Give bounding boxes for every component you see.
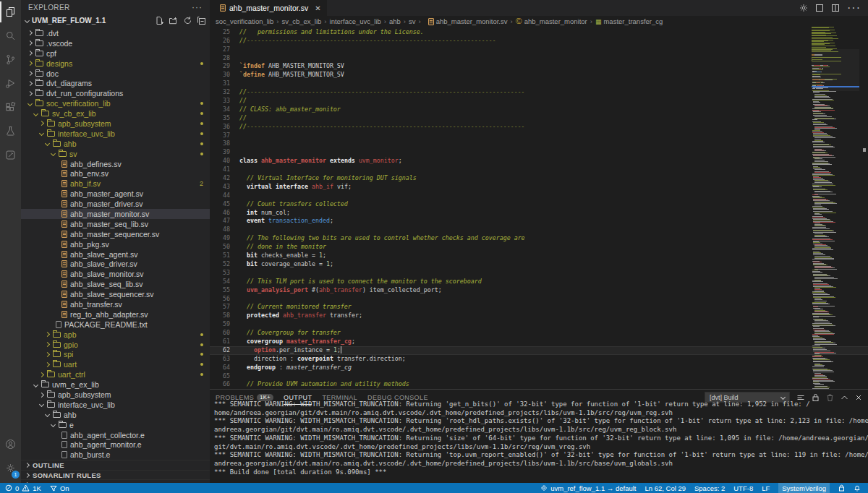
close-panel-icon[interactable] <box>855 394 862 401</box>
tree-item-gpio[interactable]: gpio <box>21 340 210 350</box>
breadcrumb-item-master-transfer-cg[interactable]: ▦master_transfer_cg <box>595 17 663 25</box>
tree-item-label: ahb_master_agent.sv <box>70 189 143 198</box>
settings-gear-icon[interactable]: 1 <box>0 456 21 480</box>
tree-item-ahb-slave-agent-sv[interactable]: ahb_slave_agent.sv <box>21 249 210 260</box>
tree-item-ahb-master-seq-lib-sv[interactable]: ahb_master_seq_lib.sv <box>21 219 210 229</box>
tree-item-ahb-master-sequencer-sv[interactable]: ahb_master_sequencer.sv <box>21 229 210 239</box>
tree-item-package-readme-txt[interactable]: PACKAGE_README.txt <box>21 320 210 330</box>
tree-item-uart[interactable]: uart <box>21 359 210 369</box>
tree-item-doc[interactable]: doc <box>21 69 210 79</box>
section-outline[interactable]: OUTLINE <box>21 460 210 470</box>
testing-icon[interactable] <box>0 119 21 143</box>
split-editor-icon[interactable] <box>831 4 840 12</box>
tree-item-dvt[interactable]: .dvt <box>21 28 210 38</box>
account-icon[interactable] <box>0 432 21 456</box>
cursor-position[interactable]: Ln 62, Col 29 <box>644 484 686 492</box>
tree-item-ahb-slave-seq-lib-sv[interactable]: ahb_slave_seq_lib.sv <box>21 279 210 289</box>
tree-item-vscode[interactable]: .vscode <box>21 38 210 48</box>
tree-item-uart-ctrl[interactable]: uart_ctrl <box>21 369 210 380</box>
new-folder-icon[interactable] <box>169 17 178 25</box>
tree-item-dvt-run-configurations[interactable]: dvt_run_configurations <box>21 88 210 98</box>
sv-file-icon <box>61 280 67 288</box>
run-debug-icon[interactable] <box>0 72 21 95</box>
tree-item-soc-verification-lib[interactable]: soc_verification_lib <box>21 98 210 108</box>
tree-item-ahb-agent-monitor-e[interactable]: ahb_agent_monitor.e <box>21 440 210 450</box>
dvt-tool-icon[interactable] <box>0 143 21 167</box>
tree-item-apb[interactable]: apb <box>21 330 210 340</box>
filter-status[interactable]: On <box>50 484 69 492</box>
eol-status[interactable]: LF <box>762 484 770 492</box>
tree-item-ahb-env-sv[interactable]: ahb_env.sv <box>21 168 210 179</box>
more-actions-icon[interactable]: ··· <box>847 1 861 14</box>
tree-item-interface-uvc-lib[interactable]: interface_uvc_lib <box>21 400 210 410</box>
source-control-icon[interactable] <box>0 48 21 72</box>
tree-item-ahb-burst-e[interactable]: ahb_burst.e <box>21 450 210 460</box>
lock-autoscroll-icon[interactable] <box>812 393 820 402</box>
indentation-status[interactable]: Spaces: 2 <box>694 484 725 492</box>
tree-item-ahb-agent-collector-e[interactable]: ahb_agent_collector.e <box>21 430 210 440</box>
trash-icon[interactable] <box>826 393 834 402</box>
run-settings-icon[interactable] <box>799 4 808 12</box>
problems-status[interactable]: 0 1K <box>5 484 41 492</box>
dvt-project-status[interactable]: uvm_ref_flow_1.1 → default <box>540 484 636 492</box>
breadcrumb-item-ahb[interactable]: ahb <box>389 17 401 25</box>
extensions-icon[interactable] <box>0 95 21 119</box>
tree-item-designs[interactable]: designs <box>21 59 210 69</box>
tree-item-ahb-master-agent-sv[interactable]: ahb_master_agent.sv <box>21 189 210 199</box>
tree-item-ahb-slave-driver-sv[interactable]: ahb_slave_driver.sv <box>21 259 210 269</box>
tree-item-ahb-transfer-sv[interactable]: ahb_transfer.sv <box>21 299 210 309</box>
notifications-bell-icon[interactable] <box>854 484 861 492</box>
tree-item-apb-subsystem[interactable]: apb_subsystem <box>21 390 210 400</box>
activity-bar: 1 <box>0 0 21 483</box>
tree-item-ahb[interactable]: ahb <box>21 410 210 420</box>
project-root-row[interactable]: UVM_REF_FLOW_1.1 <box>21 14 210 26</box>
search-icon[interactable] <box>0 24 21 48</box>
tree-item-ahb-pkg-sv[interactable]: ahb_pkg.sv <box>21 239 210 249</box>
tree-item-e[interactable]: e <box>21 420 210 430</box>
breadcrumb-item-interface-uvc-lib[interactable]: interface_uvc_lib <box>330 17 381 25</box>
tree-item-ahb-master-monitor-sv[interactable]: ahb_master_monitor.sv <box>21 209 210 219</box>
tree-item-ahb-slave-monitor-sv[interactable]: ahb_slave_monitor.sv <box>21 269 210 279</box>
tree-item-cpf[interactable]: cpf <box>21 48 210 59</box>
breadcrumb-item-soc-verification-lib[interactable]: soc_verification_lib <box>216 17 273 25</box>
tree-item-sv[interactable]: sv <box>21 149 210 159</box>
tree-item-ahb-master-driver-sv[interactable]: ahb_master_driver.sv <box>21 199 210 209</box>
maximize-panel-icon[interactable] <box>841 395 848 400</box>
minimap-viewport[interactable] <box>812 49 859 91</box>
layout-icon[interactable] <box>815 4 824 12</box>
sidebar-more-actions-icon[interactable]: ··· <box>192 2 203 12</box>
tab-ahb-master-monitor[interactable]: ahb_master_monitor.sv ✕ <box>210 0 327 16</box>
tree-item-label: spi <box>64 350 73 359</box>
tree-item-ahb-defines-sv[interactable]: ahb_defines.sv <box>21 159 210 169</box>
breadcrumb-item-sv-cb-ex-lib[interactable]: sv_cb_ex_lib <box>281 17 321 25</box>
tree-item-dvt-diagrams[interactable]: dvt_diagrams <box>21 78 210 88</box>
tree-item-interface-uvc-lib[interactable]: interface_uvc_lib <box>21 129 210 139</box>
breadcrumb-item-sv[interactable]: sv <box>409 17 416 25</box>
tree-item-label: ahb_slave_agent.sv <box>70 250 137 259</box>
collapse-all-icon[interactable] <box>197 17 205 25</box>
tree-item-ahb-if-sv[interactable]: ahb_if.sv2 <box>21 179 210 189</box>
breadcrumb-item-ahb-master-monitor[interactable]: Ⓒahb_master_monitor <box>516 17 587 26</box>
language-mode[interactable]: SystemVerilog <box>778 483 830 493</box>
code-editor[interactable]: 24// See the License for the specific la… <box>210 27 868 389</box>
editor-scrollbar[interactable] <box>861 27 868 389</box>
tree-item-uvm-e-ex-lib[interactable]: uvm_e_ex_lib <box>21 380 210 390</box>
tree-item-sv-cb-ex-lib[interactable]: sv_cb_ex_lib <box>21 108 210 119</box>
breadcrumb-separator: › <box>384 17 386 25</box>
close-tab-icon[interactable]: ✕ <box>315 4 320 12</box>
output-log: *** SEMANTIC WARNING: WIDTH_MISMATCH_TRU… <box>210 400 868 477</box>
tree-item-apb-subsystem[interactable]: apb_subsystem <box>21 119 210 129</box>
explorer-icon[interactable] <box>0 0 21 24</box>
breadcrumb-item-ahb-master-monitor-sv[interactable]: ahb_master_monitor.sv <box>424 17 508 25</box>
minimap[interactable] <box>812 27 859 389</box>
new-file-icon[interactable] <box>156 17 163 25</box>
encoding-status[interactable]: UTF-8 <box>733 484 753 492</box>
tree-item-spi[interactable]: spi <box>21 350 210 360</box>
tree-item-ahb-slave-sequencer-sv[interactable]: ahb_slave_sequencer.sv <box>21 289 210 299</box>
section-sonarlint-rules[interactable]: SONARLINT RULES <box>21 470 210 480</box>
refresh-icon[interactable] <box>184 17 192 25</box>
code-line: 64 endgroup : master_transfer_cg <box>210 364 868 372</box>
tree-item-ahb[interactable]: ahb <box>21 139 210 149</box>
tree-item-reg-to-ahb-adapter-sv[interactable]: reg_to_ahb_adapter.sv <box>21 309 210 320</box>
lock-icon[interactable] <box>838 484 845 492</box>
